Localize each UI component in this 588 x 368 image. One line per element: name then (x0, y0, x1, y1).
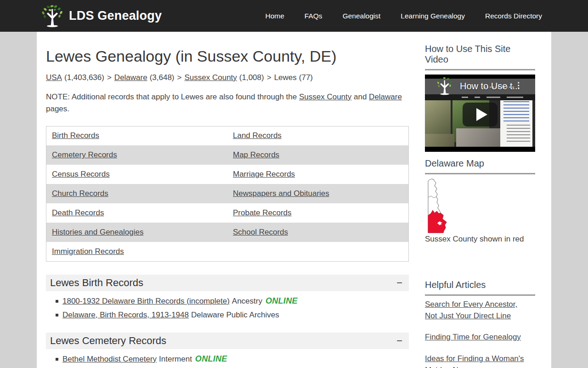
table-row: Birth Records Land Records (46, 126, 409, 145)
table-row: Immigration Records (46, 242, 409, 261)
video-section-heading: How to Use This Site Video (425, 44, 535, 65)
online-badge: ONLINE (195, 354, 227, 363)
record-source: Ancestry (232, 297, 262, 305)
map-section-heading: Delaware Map (425, 158, 535, 169)
breadcrumb-delaware-link[interactable]: Delaware (114, 73, 147, 82)
collapse-section-button[interactable]: − (396, 278, 402, 288)
note-delaware-link[interactable]: Delaware (369, 92, 402, 101)
record-link[interactable]: Delaware, Birth Records, 1913-1948 (62, 310, 189, 319)
category-land-records[interactable]: Land Records (233, 131, 282, 140)
video-thumbnail[interactable]: How to Use t... ⋮ (425, 75, 535, 152)
category-birth-records[interactable]: Birth Records (52, 131, 99, 140)
note-text: NOTE: Additional records that apply to L… (46, 92, 299, 101)
record-source: Interment (159, 355, 192, 363)
site-logo[interactable]: LDS Genealogy (40, 4, 162, 28)
sidebar: How to Use This Site Video (425, 32, 535, 368)
site-header: LDS Genealogy Home FAQs Genealogist Lear… (0, 0, 588, 32)
record-item: Bethel Methodist CemeteryIntermentONLINE (56, 354, 409, 364)
table-row: Cemetery Records Map Records (46, 145, 409, 165)
page-content: Lewes Genealogy (in Sussex County, DE) U… (37, 32, 551, 368)
breadcrumb-usa-link[interactable]: USA (46, 73, 62, 82)
section-header: Lewes Cemetery Records − (46, 333, 409, 349)
nav-learning-genealogy[interactable]: Learning Genealogy (401, 12, 465, 20)
nav-records-directory[interactable]: Records Directory (485, 12, 542, 20)
breadcrumb-separator: > (267, 73, 271, 82)
video-tree-logo-icon (435, 76, 454, 96)
category-census-records[interactable]: Census Records (52, 170, 110, 178)
play-button-icon[interactable] (463, 103, 498, 126)
section-title: Lewes Cemetery Records (50, 335, 166, 347)
note-text: and (351, 92, 369, 101)
article-link-maiden-name[interactable]: Ideas for Finding a Woman's Maiden Name (425, 353, 531, 368)
breadcrumb-delaware-count: (3,648) (150, 73, 175, 82)
category-histories-genealogies[interactable]: Histories and Genealogies (52, 228, 143, 236)
breadcrumb-sussex-count: (1,008) (239, 73, 264, 82)
note-text: pages. (46, 104, 69, 113)
table-row: Church Records Newspapers and Obituaries (46, 184, 409, 203)
sussex-county-highlight (428, 210, 447, 233)
record-link[interactable]: 1800-1932 Delaware Birth Records (incomp… (62, 297, 230, 305)
birth-records-section: Lewes Birth Records − 1800-1932 Delaware… (46, 275, 409, 320)
record-source: Delaware Public Archives (191, 310, 279, 319)
divider (425, 173, 535, 174)
section-header: Lewes Birth Records − (46, 275, 409, 291)
note-sussex-county-link[interactable]: Sussex County (299, 92, 351, 101)
section-title: Lewes Birth Records (50, 277, 143, 289)
article-link-finding-time[interactable]: Finding Time for Genealogy (425, 332, 531, 343)
breadcrumb-current-page: Lewes (274, 73, 297, 82)
breadcrumb-separator: > (107, 73, 112, 82)
logo-text: LDS Genealogy (69, 9, 162, 23)
tree-logo-icon (40, 4, 64, 28)
category-death-records[interactable]: Death Records (52, 208, 104, 217)
nav-faqs[interactable]: FAQs (305, 12, 322, 20)
record-link[interactable]: Bethel Methodist Cemetery (62, 355, 157, 363)
category-newspapers-obituaries[interactable]: Newspapers and Obituaries (233, 189, 329, 198)
category-marriage-records[interactable]: Marriage Records (233, 170, 295, 178)
record-item: 1800-1932 Delaware Birth Records (incomp… (56, 296, 409, 306)
record-list: 1800-1932 Delaware Birth Records (incomp… (56, 296, 409, 320)
article-link-search-every-ancestor[interactable]: Search for Every Ancestor, Not Just Your… (425, 299, 531, 322)
collapse-section-button[interactable]: − (396, 336, 402, 346)
note-paragraph: NOTE: Additional records that apply to L… (46, 91, 402, 115)
record-list: Bethel Methodist CemeteryIntermentONLINE… (56, 354, 409, 368)
record-categories-table: Birth Records Land Records Cemetery Reco… (46, 126, 409, 262)
empty-cell (227, 242, 409, 261)
nav-home[interactable]: Home (266, 12, 284, 20)
page-title: Lewes Genealogy (in Sussex County, DE) (46, 47, 409, 65)
main-nav: Home FAQs Genealogist Learning Genealogy… (266, 12, 543, 20)
main-column: Lewes Genealogy (in Sussex County, DE) U… (46, 32, 409, 368)
kebab-menu-icon[interactable]: ⋮ (514, 80, 522, 90)
breadcrumb-current-count: (77) (299, 73, 313, 82)
category-immigration-records[interactable]: Immigration Records (52, 247, 124, 256)
breadcrumb-sussex-link[interactable]: Sussex County (184, 73, 237, 82)
map-caption: Sussex County shown in red (425, 235, 535, 244)
breadcrumb: USA(1,403,636)>Delaware(3,648)>Sussex Co… (46, 73, 409, 82)
category-map-records[interactable]: Map Records (233, 150, 279, 159)
divider (425, 69, 535, 70)
cemetery-records-section: Lewes Cemetery Records − Bethel Methodis… (46, 333, 409, 368)
category-probate-records[interactable]: Probate Records (233, 208, 292, 217)
record-item: Delaware, Birth Records, 1913-1948Delawa… (56, 310, 409, 320)
table-row: Histories and Genealogies School Records (46, 223, 409, 242)
breadcrumb-usa-count: (1,403,636) (64, 73, 104, 82)
table-row: Census Records Marriage Records (46, 165, 409, 184)
articles-section-heading: Helpful Articles (425, 280, 535, 290)
category-church-records[interactable]: Church Records (52, 189, 108, 198)
table-row: Death Records Probate Records (46, 203, 409, 223)
video-progress-dots (484, 86, 514, 88)
nav-genealogist[interactable]: Genealogist (343, 12, 381, 20)
video-letterbox-bottom (425, 147, 535, 152)
category-cemetery-records[interactable]: Cemetery Records (52, 150, 117, 159)
divider (425, 294, 535, 296)
online-badge: ONLINE (266, 296, 298, 305)
category-school-records[interactable]: School Records (233, 228, 288, 236)
delaware-map (425, 178, 451, 234)
breadcrumb-separator: > (177, 73, 182, 82)
